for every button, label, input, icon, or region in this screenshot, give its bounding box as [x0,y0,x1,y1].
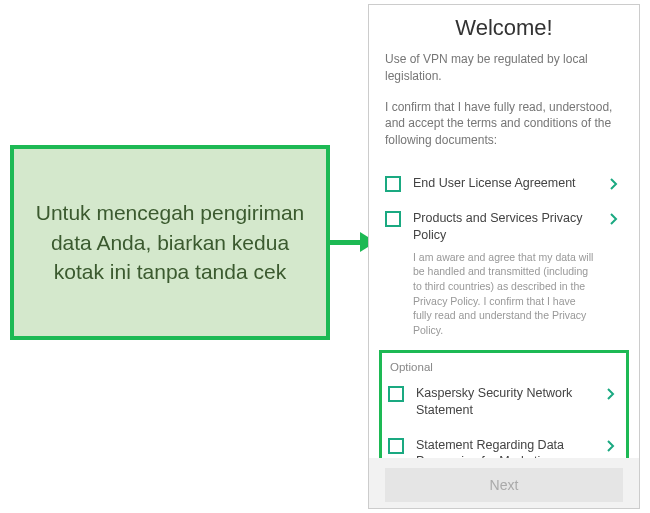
eula-label: End User License Agreement [413,175,597,192]
intro-text-2: I confirm that I have fully read, unders… [385,99,623,149]
agreement-item-ksn[interactable]: Kaspersky Security Network Statement [388,377,620,429]
privacy-desc: I am aware and agree that my data will b… [413,250,597,338]
chevron-right-icon[interactable] [609,212,623,226]
optional-label: Optional [388,361,620,373]
optional-section-highlight: Optional Kaspersky Security Network Stat… [379,350,629,458]
agreement-item-eula[interactable]: End User License Agreement [385,167,623,202]
ksn-label: Kaspersky Security Network Statement [416,385,594,419]
checkbox-marketing[interactable] [388,438,404,454]
checkbox-privacy[interactable] [385,211,401,227]
annotation-callout: Untuk mencegah pengiriman data Anda, bia… [10,145,330,340]
privacy-label: Products and Services Privacy Policy [413,210,597,244]
checkbox-ksn[interactable] [388,386,404,402]
chevron-right-icon[interactable] [609,177,623,191]
marketing-label: Statement Regarding Data Processing for … [416,437,594,458]
agreement-item-marketing[interactable]: Statement Regarding Data Processing for … [388,429,620,458]
phone-screen: Welcome! Use of VPN may be regulated by … [368,4,640,509]
footer-area: Next [369,458,639,508]
next-button[interactable]: Next [385,468,623,502]
page-title: Welcome! [369,5,639,51]
phone-body: Use of VPN may be regulated by local leg… [369,51,639,458]
chevron-right-icon[interactable] [606,387,620,401]
intro-text-1: Use of VPN may be regulated by local leg… [385,51,623,85]
chevron-right-icon[interactable] [606,439,620,453]
checkbox-eula[interactable] [385,176,401,192]
agreement-item-privacy[interactable]: Products and Services Privacy Policy I a… [385,202,623,348]
callout-text: Untuk mencegah pengiriman data Anda, bia… [32,198,308,286]
